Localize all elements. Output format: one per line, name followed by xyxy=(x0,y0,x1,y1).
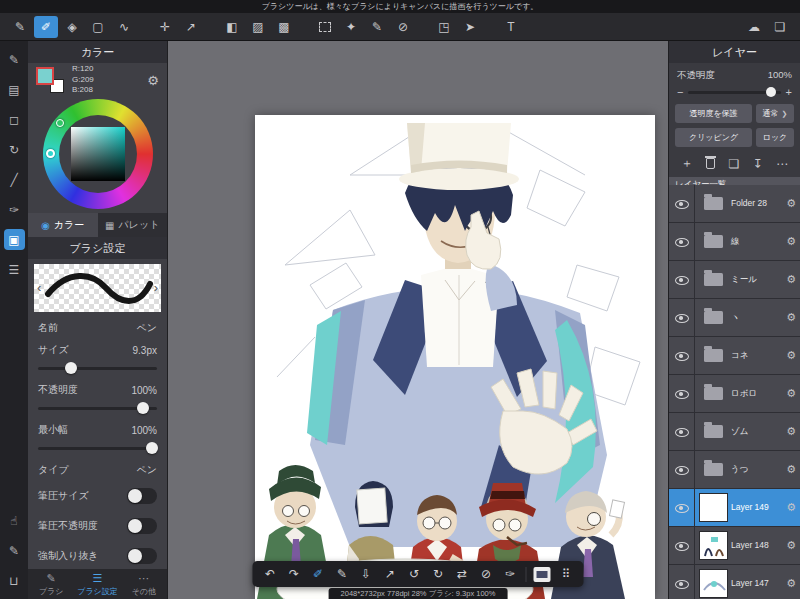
visibility-toggle[interactable] xyxy=(669,261,695,298)
visibility-toggle[interactable] xyxy=(669,527,695,564)
visibility-toggle[interactable] xyxy=(669,489,695,526)
layer-row[interactable]: Layer 147 ⚙ xyxy=(669,565,800,599)
strip-palette-button[interactable]: ▣ xyxy=(4,229,25,250)
layer-gear-icon[interactable]: ⚙ xyxy=(786,501,800,514)
color-settings-gear-icon[interactable]: ⚙ xyxy=(147,73,159,88)
tab-others[interactable]: ⋯ その他 xyxy=(121,569,167,599)
toolbar-drag-handle[interactable]: ⠿ xyxy=(555,563,578,585)
visibility-toggle[interactable] xyxy=(669,413,695,450)
clipping-button[interactable]: クリッピング xyxy=(675,128,752,147)
brush-tool-button[interactable]: ✐ xyxy=(34,16,58,38)
layer-row[interactable]: ゾム ⚙ xyxy=(669,413,800,451)
water-tool-button[interactable]: ⊔ xyxy=(4,570,25,591)
gradient-tool-button[interactable]: ▨ xyxy=(246,16,270,38)
layer-gear-icon[interactable]: ⚙ xyxy=(786,425,800,438)
select-pen-button[interactable]: ✎ xyxy=(365,16,389,38)
layer-row[interactable]: Layer 148 ⚙ xyxy=(669,527,800,565)
stylus-settings-button[interactable]: ✎ xyxy=(4,540,25,561)
tab-brush-settings[interactable]: ☰ ブラシ設定 xyxy=(74,569,120,599)
flip-canvas-button[interactable]: ⇄ xyxy=(451,563,474,585)
merge-layer-button[interactable]: ↧ xyxy=(753,157,763,171)
redo-button[interactable]: ↷ xyxy=(283,563,306,585)
tab-color[interactable]: ◉ カラー xyxy=(28,213,98,237)
layer-row[interactable]: ヽ ⚙ xyxy=(669,299,800,337)
layer-gear-icon[interactable]: ⚙ xyxy=(786,577,800,590)
layer-gear-icon[interactable]: ⚙ xyxy=(786,539,800,552)
duplicate-layer-button[interactable]: ❏ xyxy=(729,157,740,171)
fill-rect-button[interactable]: ▩ xyxy=(272,16,296,38)
artboard[interactable] xyxy=(255,115,655,599)
add-layer-button[interactable]: ＋ xyxy=(681,155,693,172)
prev-brush-arrow-icon[interactable]: ‹ xyxy=(37,280,41,295)
protect-alpha-button[interactable]: 透明度を保護 xyxy=(675,104,752,123)
bucket-fill-button[interactable]: ◧ xyxy=(220,16,244,38)
material-button[interactable] xyxy=(531,563,554,585)
snap-pen-button[interactable]: ✐ xyxy=(307,563,330,585)
layer-row[interactable]: ミール ⚙ xyxy=(669,261,800,299)
visibility-toggle[interactable] xyxy=(669,299,695,336)
layer-gear-icon[interactable]: ⚙ xyxy=(786,463,800,476)
brush-size-slider[interactable] xyxy=(38,362,157,374)
strip-pen-button[interactable]: ✎ xyxy=(4,49,25,70)
layer-row[interactable]: うつ ⚙ xyxy=(669,451,800,489)
clear-button[interactable]: ⊘ xyxy=(475,563,498,585)
pen-tool-button[interactable]: ✎ xyxy=(8,16,32,38)
visibility-toggle[interactable] xyxy=(669,185,695,222)
saturation-value-square[interactable] xyxy=(71,127,125,181)
layer-gear-icon[interactable]: ⚙ xyxy=(786,349,800,362)
text-tool-button[interactable]: T xyxy=(499,16,523,38)
export-quick-button[interactable]: ↗ xyxy=(379,563,402,585)
strip-materials-button[interactable]: ☰ xyxy=(4,259,25,280)
move-tool-button[interactable]: ✛ xyxy=(153,16,177,38)
visibility-toggle[interactable] xyxy=(669,565,695,599)
hue-knob[interactable] xyxy=(46,149,55,158)
stroke-tool-button[interactable]: ∿ xyxy=(112,16,136,38)
marquee-select-button[interactable] xyxy=(313,16,337,38)
layer-gear-icon[interactable]: ⚙ xyxy=(786,311,800,324)
next-brush-arrow-icon[interactable]: › xyxy=(154,280,158,295)
rotate-ccw-button[interactable]: ↺ xyxy=(403,563,426,585)
strip-pages-button[interactable]: ▤ xyxy=(4,79,25,100)
visibility-toggle[interactable] xyxy=(669,375,695,412)
canvas-artwork[interactable] xyxy=(255,115,655,599)
tab-brush[interactable]: ✎ ブラシ xyxy=(28,569,74,599)
export-canvas-button[interactable]: ↗ xyxy=(179,16,203,38)
delete-layer-button[interactable] xyxy=(706,158,715,169)
layer-row[interactable]: ロボロ ⚙ xyxy=(669,375,800,413)
layer-row[interactable]: コネ ⚙ xyxy=(669,337,800,375)
visibility-toggle[interactable] xyxy=(669,223,695,260)
sv-knob[interactable] xyxy=(56,119,64,127)
eyedropper-button[interactable]: ✎ xyxy=(331,563,354,585)
brush-size-button[interactable]: ⇩ xyxy=(355,563,378,585)
layer-gear-icon[interactable]: ⚙ xyxy=(786,197,800,210)
brush-preview[interactable]: ‹ › xyxy=(34,264,161,312)
visibility-toggle[interactable] xyxy=(669,337,695,374)
rotate-cw-button[interactable]: ↻ xyxy=(427,563,450,585)
layer-row-selected[interactable]: Layer 149 ⚙ xyxy=(669,489,800,527)
blend-mode-button[interactable]: 通常 ❯ xyxy=(756,104,794,123)
visibility-toggle[interactable] xyxy=(669,451,695,488)
strip-paint-button[interactable]: ✑ xyxy=(4,199,25,220)
tab-palette[interactable]: ▦ パレット xyxy=(98,213,168,237)
online-gallery-button[interactable]: ☁ xyxy=(742,16,766,38)
canvas-area[interactable]: ↶ ↷ ✐ ✎ ⇩ ↗ ↺ ↻ ⇄ ⊘ ✑ ⠿ 2048*2732px 778d… xyxy=(168,41,668,599)
layer-more-button[interactable]: ⋯ xyxy=(776,157,788,171)
opacity-minus-button[interactable]: − xyxy=(677,86,683,98)
deselect-pen-button[interactable]: ⊘ xyxy=(391,16,415,38)
layers-panel-button[interactable]: ❏ xyxy=(768,16,792,38)
layer-gear-icon[interactable]: ⚙ xyxy=(786,273,800,286)
cursor-select-button[interactable]: ➤ xyxy=(458,16,482,38)
layer-gear-icon[interactable]: ⚙ xyxy=(786,235,800,248)
color-swatches[interactable] xyxy=(36,67,64,93)
opacity-plus-button[interactable]: + xyxy=(786,86,792,98)
layer-gear-icon[interactable]: ⚙ xyxy=(786,387,800,400)
lock-button[interactable]: ロック xyxy=(756,128,794,147)
hue-wheel[interactable] xyxy=(43,99,153,209)
shape-tool-button[interactable]: ▢ xyxy=(86,16,110,38)
brush-opacity-slider[interactable] xyxy=(38,402,157,414)
layer-row[interactable]: 線 ⚙ xyxy=(669,223,800,261)
pressure-opacity-toggle[interactable] xyxy=(127,518,157,534)
strip-select-button[interactable]: ◻ xyxy=(4,109,25,130)
magic-wand-button[interactable]: ✦ xyxy=(339,16,363,38)
layer-row[interactable]: Folder 28 ⚙ xyxy=(669,185,800,223)
